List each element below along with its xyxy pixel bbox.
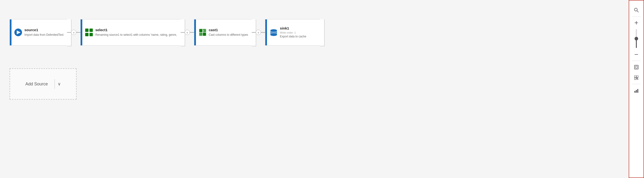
fit-view-button[interactable] — [631, 62, 642, 72]
fit-selection-button[interactable] — [631, 72, 642, 83]
zoom-out-button[interactable] — [631, 49, 642, 60]
node-name: select1 — [95, 28, 177, 32]
cast-icon — [198, 28, 207, 37]
add-step-button-2[interactable]: + — [185, 30, 190, 35]
add-source-divider — [54, 79, 55, 89]
add-step-button-3[interactable]: + — [256, 30, 261, 35]
connector-3: + — [252, 32, 265, 33]
node-text: cast1 Cast columns to different types — [209, 28, 248, 37]
add-step-button-1[interactable]: + — [71, 30, 76, 35]
fit-view-icon — [634, 65, 639, 69]
node-select1[interactable]: select1 Renaming source1 to select1 with… — [80, 19, 180, 46]
connector-2: + — [180, 32, 194, 33]
svg-rect-29 — [637, 89, 638, 92]
node-body: source1 Import data from DelimitedText — [12, 20, 67, 45]
zoom-in-icon — [634, 20, 639, 25]
node-text: select1 Renaming source1 to select1 with… — [95, 28, 177, 37]
svg-rect-28 — [636, 90, 637, 92]
toolbar-separator-3 — [632, 84, 641, 84]
svg-point-26 — [636, 78, 638, 79]
svg-rect-10 — [203, 33, 206, 36]
svg-rect-2 — [85, 29, 88, 32]
svg-rect-27 — [634, 91, 636, 92]
zoom-slider-container — [636, 29, 637, 48]
select-icon — [85, 28, 93, 37]
node-leftbar — [10, 20, 12, 45]
svg-rect-9 — [199, 33, 202, 36]
svg-point-15 — [634, 8, 637, 11]
statistics-button[interactable] — [631, 85, 642, 96]
node-desc: Import data from DelimitedText — [24, 33, 64, 37]
canvas: source1 Import data from DelimitedText + — [0, 0, 644, 178]
svg-rect-21 — [636, 66, 637, 68]
svg-rect-22 — [634, 76, 636, 77]
svg-rect-3 — [90, 29, 93, 32]
connector-1: + — [67, 32, 80, 33]
node-name: sink1 — [280, 26, 316, 30]
fit-selection-icon — [634, 75, 639, 80]
node-desc: Cast columns to different types — [209, 33, 248, 37]
node-body: cast1 Cast columns to different types — [196, 20, 252, 45]
node-sink1[interactable]: sink1 Write order: 1 Export data to cach… — [265, 19, 320, 46]
node-leftbar — [80, 20, 82, 45]
add-source-box[interactable]: Add Source ∨ — [10, 68, 76, 100]
toolbar-separator-2 — [632, 61, 641, 61]
zoom-out-icon — [634, 52, 639, 57]
node-text: source1 Import data from DelimitedText — [24, 28, 64, 37]
node-cast1[interactable]: cast1 Cast columns to different types — [194, 19, 252, 46]
toolbar-separator-1 — [632, 16, 641, 17]
svg-rect-5 — [90, 33, 93, 36]
zoom-slider[interactable] — [636, 29, 637, 48]
node-body: sink1 Write order: 1 Export data to cach… — [267, 20, 320, 45]
node-name: cast1 — [209, 28, 248, 32]
right-toolbar — [629, 0, 644, 178]
svg-rect-20 — [634, 65, 638, 69]
svg-rect-23 — [636, 76, 638, 77]
statistics-icon — [634, 88, 639, 93]
node-name: source1 — [24, 28, 64, 32]
node-leftbar — [265, 20, 267, 45]
svg-rect-7 — [199, 29, 202, 32]
svg-rect-4 — [85, 33, 88, 36]
svg-line-16 — [637, 11, 638, 12]
node-body: select1 Renaming source1 to select1 with… — [82, 20, 180, 45]
node-source1[interactable]: source1 Import data from DelimitedText — [10, 19, 67, 46]
node-desc: Renaming source1 to select1 with columns… — [95, 33, 177, 37]
source-icon — [14, 28, 22, 37]
svg-point-14 — [270, 34, 277, 36]
node-leftbar — [194, 20, 196, 45]
add-source-label: Add Source — [25, 81, 48, 86]
sink-icon — [269, 28, 278, 37]
node-desc: Export data to cache — [280, 35, 316, 39]
add-source-chevron[interactable]: ∨ — [58, 81, 61, 86]
node-subtitle: Write order: 1 — [280, 31, 316, 34]
pipeline-container: source1 Import data from DelimitedText + — [10, 19, 320, 46]
search-icon — [634, 8, 639, 13]
search-button[interactable] — [631, 5, 642, 15]
svg-rect-24 — [634, 78, 636, 80]
zoom-in-button[interactable] — [631, 18, 642, 28]
node-text: sink1 Write order: 1 Export data to cach… — [280, 26, 316, 39]
